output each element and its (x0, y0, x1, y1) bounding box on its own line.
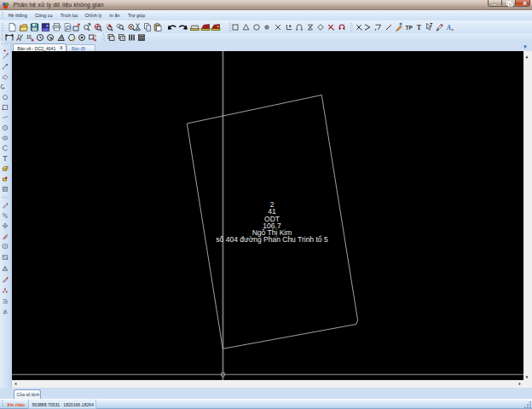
svg-text:T: T (430, 22, 432, 27)
svg-text:số 404 đường Phan Chu Trinh tổ: số 404 đường Phan Chu Trinh tổ 5 (216, 235, 328, 244)
svg-text:A: A (446, 24, 451, 32)
svg-text:a: a (452, 27, 454, 32)
svg-text:TP: TP (406, 25, 413, 31)
svg-text:T: T (417, 24, 422, 32)
